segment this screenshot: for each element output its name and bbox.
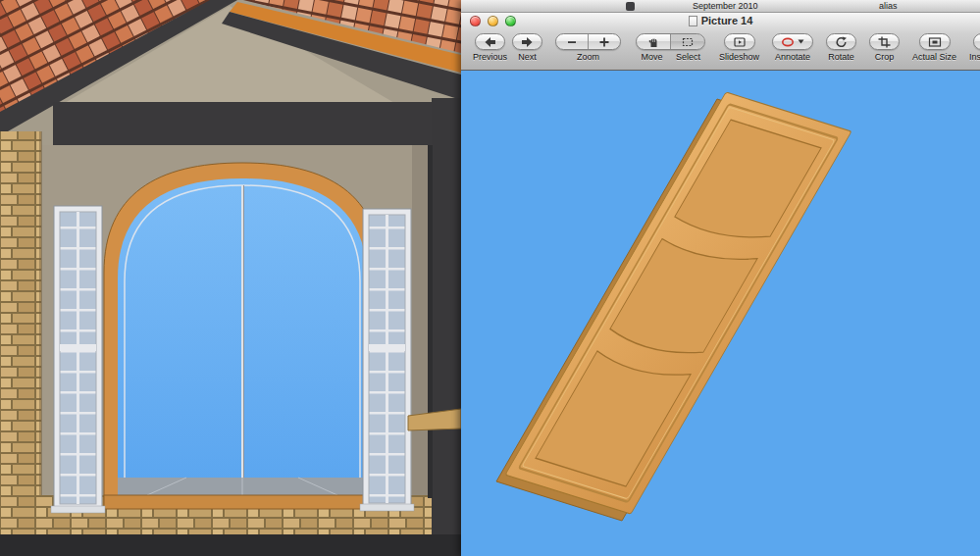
annotate-oval-icon [781,36,795,48]
menubar-alias: alias [879,1,898,11]
window-title: Picture 14 [701,15,753,26]
move-button[interactable] [637,34,670,49]
left-sidelight [51,206,105,513]
door-sill [104,495,381,509]
sketchup-viewport[interactable] [0,0,461,556]
move-label: Move [634,52,670,62]
rotate-label: Rotate [828,52,854,62]
zoom-in-button[interactable] [589,34,620,49]
previous-label: Previous [473,52,507,62]
menubar-icon [626,2,635,11]
slideshow-button[interactable] [724,33,755,50]
center-mullion [241,185,243,478]
slideshow-tool: Slideshow [719,33,759,62]
actual-size-label: Actual Size [912,52,956,62]
door-face-group [505,92,851,514]
previous-icon [484,36,496,48]
crop-label: Crop [875,52,895,62]
rotate-tool: Rotate [826,33,856,62]
slideshow-label: Slideshow [719,52,759,62]
crop-tool: Crop [869,33,900,62]
screen: September 2010 alias Picture 14 [0,0,980,556]
right-sidelight [360,209,414,511]
menubar-date[interactable]: September 2010 [693,1,758,11]
toolbar: Previous Next [461,30,980,70]
zoom-out-icon [566,36,578,48]
menu-bar: September 2010 alias [461,0,980,13]
rotate-button[interactable] [826,33,856,50]
annotate-label: Annotate [775,52,810,62]
zoom-tool: Zoom [555,33,621,62]
inspector-label: Inspector [969,52,980,62]
hand-icon [646,36,660,48]
dropdown-caret-icon [798,39,804,44]
house-scene [0,0,461,556]
move-select-control [636,33,705,50]
window-chrome: Picture 14 Previous [461,13,980,71]
stone-pilaster [0,131,41,534]
crop-button[interactable] [869,33,900,50]
next-icon [521,36,534,48]
rotate-icon [835,36,848,48]
base-band [0,534,461,556]
inspector-tool: i Inspector [969,33,980,62]
crop-icon [878,36,891,48]
annotate-tool: Annotate [772,33,813,62]
selection-rect-icon [681,36,695,48]
title-bar[interactable]: Picture 14 [461,13,980,30]
zoom-label: Zoom [577,52,599,62]
zoom-out-button[interactable] [556,34,588,49]
section-cut-column [432,98,461,556]
annotate-button[interactable] [772,33,813,50]
previous-button[interactable] [475,33,505,50]
next-label: Next [518,52,537,62]
next-button[interactable] [512,33,542,50]
slideshow-icon [733,36,747,48]
actual-size-icon [928,36,942,48]
gable-beam [53,102,461,145]
document-icon [689,16,697,26]
nav-tools: Previous Next [473,33,542,62]
door-render [461,71,980,556]
select-button[interactable] [671,34,704,49]
window-title-wrap: Picture 14 [461,15,980,26]
inspector-button[interactable]: i [973,33,980,50]
move-select-tools: Move Select [634,33,706,62]
arched-doorway [104,163,381,509]
zoom-in-icon [598,36,610,48]
actual-size-button[interactable] [919,33,951,50]
preview-canvas[interactable] [461,71,980,556]
select-label: Select [670,52,706,62]
actual-size-tool: Actual Size [912,33,956,62]
preview-window: September 2010 alias Picture 14 [461,0,980,556]
zoom-control [555,33,621,50]
